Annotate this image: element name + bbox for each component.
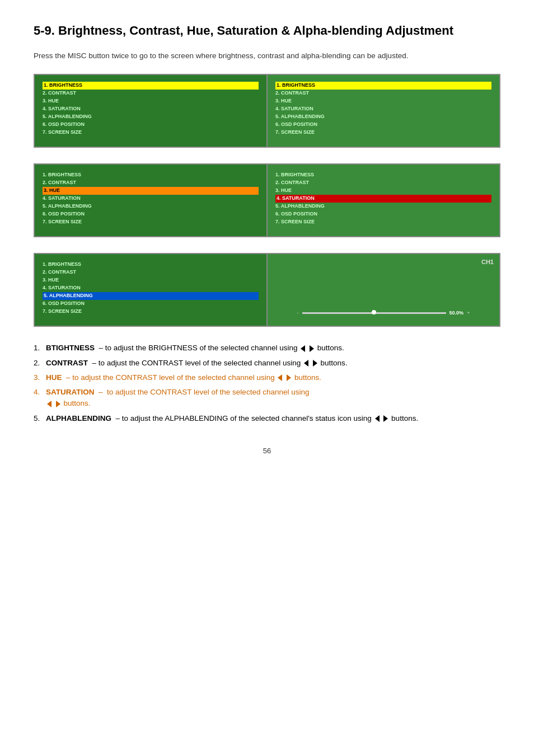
menu-screen-r: 7. SCREEN SIZE bbox=[275, 129, 491, 137]
menu-list-4: 1. BRIGHTNESS 2. CONTRAST 3. HUE 4. SATU… bbox=[275, 171, 491, 226]
arrow-right-2 bbox=[313, 360, 317, 367]
menu-saturation: 4. SATURATION bbox=[43, 105, 259, 113]
screen-grid-row2: 1. BRIGHTNESS 2. CONTRAST 3. HUE 4. SATU… bbox=[34, 163, 500, 237]
menu-scr-5: 7. SCREEN SIZE bbox=[43, 308, 259, 316]
menu-br-5: 1. BRIGHTNESS bbox=[43, 261, 259, 269]
list-num-3: 3. bbox=[34, 372, 46, 383]
menu-con-3: 2. CONTRAST bbox=[43, 179, 259, 187]
arrow-left-5 bbox=[375, 415, 380, 422]
list-item-3: 3. HUE – to adjust the CONTRAST level of… bbox=[34, 372, 500, 383]
arrow-right-3 bbox=[287, 374, 291, 381]
menu-alpha: 5. ALPHABLENDING bbox=[43, 113, 259, 121]
item-key-alpha: ALPHABLENDING bbox=[46, 414, 111, 422]
list-text-2: CONTRAST – to adjust the CONTRAST level … bbox=[46, 358, 500, 369]
arrow-left-1 bbox=[301, 345, 305, 352]
arrow-left-3 bbox=[278, 374, 282, 381]
list-text-1: BTIGHTNESS – to adjust the BRIGHTNESS of… bbox=[46, 342, 500, 354]
list-item-4: 4. SATURATION – to adjust the CONTRAST l… bbox=[34, 387, 500, 410]
list-text-5: ALPHABLENDING – to adjust the ALPHABLEND… bbox=[46, 413, 500, 424]
screen-cell-slider: CH1 - 50.0% + bbox=[267, 253, 500, 326]
arrow-right-4 bbox=[56, 401, 60, 407]
list-item-2: 2. CONTRAST – to adjust the CONTRAST lev… bbox=[34, 358, 500, 369]
menu-scr-4: 7. SCREEN SIZE bbox=[275, 218, 491, 226]
screen-cell-brightness-left: 1. BRIGHTNESS 2. CONTRAST 3. HUE 4. SATU… bbox=[34, 74, 267, 147]
slider-value: 50.0% bbox=[449, 310, 464, 316]
menu-scr-3: 7. SCREEN SIZE bbox=[43, 218, 259, 226]
menu-sat-5: 4. SATURATION bbox=[43, 284, 259, 292]
slider-track bbox=[302, 312, 446, 314]
page-number: 56 bbox=[34, 447, 500, 455]
menu-saturation-r: 4. SATURATION bbox=[275, 105, 491, 113]
list-num-5: 5. bbox=[34, 413, 46, 424]
arrow-left-2 bbox=[304, 360, 308, 367]
menu-sat-4: 4. SATURATION bbox=[275, 195, 491, 203]
menu-osd-4: 6. OSD POSITION bbox=[275, 210, 491, 218]
slider-minus: - bbox=[297, 310, 299, 316]
menu-osd-r: 6. OSD POSITION bbox=[275, 121, 491, 129]
screen-grid-row1: 1. BRIGHTNESS 2. CONTRAST 3. HUE 4. SATU… bbox=[34, 74, 500, 148]
menu-hue-4: 3. HUE bbox=[275, 187, 491, 195]
menu-hue-r: 3. HUE bbox=[275, 97, 491, 105]
screen-grid-row3: 1. BRIGHTNESS 2. CONTRAST 3. HUE 4. SATU… bbox=[34, 253, 500, 327]
menu-hue-5: 3. HUE bbox=[43, 276, 259, 284]
arrow-right-1 bbox=[310, 345, 314, 352]
menu-osd-5: 6. OSD POSITION bbox=[43, 300, 259, 308]
ch-label: CH1 bbox=[481, 259, 494, 265]
menu-alpha-r: 5. ALPHABLENDING bbox=[275, 113, 491, 121]
page-title: 5-9. Brightness, Contrast, Hue, Saturati… bbox=[34, 22, 500, 40]
menu-osd-3: 6. OSD POSITION bbox=[43, 210, 259, 218]
item-key-contrast: CONTRAST bbox=[46, 359, 88, 367]
menu-alp-3: 5. ALPHABLENDING bbox=[43, 203, 259, 210]
slider-plus: + bbox=[467, 310, 470, 316]
menu-osd: 6. OSD POSITION bbox=[43, 121, 259, 129]
menu-br-4: 1. BRIGHTNESS bbox=[275, 171, 491, 179]
list-section: 1. BTIGHTNESS – to adjust the BRIGHTNESS… bbox=[34, 342, 500, 424]
item-key-brightness: BTIGHTNESS bbox=[46, 344, 95, 352]
screen-cell-hue-left: 1. BRIGHTNESS 2. CONTRAST 3. HUE 4. SATU… bbox=[34, 164, 267, 237]
menu-sat-3: 4. SATURATION bbox=[43, 195, 259, 203]
list-num-4: 4. bbox=[34, 387, 46, 398]
menu-list-1: 1. BRIGHTNESS 2. CONTRAST 3. HUE 4. SATU… bbox=[43, 82, 259, 137]
menu-alp-5: 5. ALPHABLENDING bbox=[43, 292, 259, 300]
menu-list-2: 1. BRIGHTNESS 2. CONTRAST 3. HUE 4. SATU… bbox=[275, 82, 491, 137]
intro-paragraph: Press the MISC button twice to go to the… bbox=[34, 50, 500, 62]
list-text-3: HUE – to adjust the CONTRAST level of th… bbox=[46, 372, 500, 383]
menu-brightness-r: 1. BRIGHTNESS bbox=[275, 82, 491, 90]
slider-row: - 50.0% + bbox=[297, 310, 470, 316]
item-key-saturation: SATURATION bbox=[46, 388, 95, 396]
list-item-1: 1. BTIGHTNESS – to adjust the BRIGHTNESS… bbox=[34, 342, 500, 354]
menu-br-3: 1. BRIGHTNESS bbox=[43, 171, 259, 179]
menu-contrast-r: 2. CONTRAST bbox=[275, 90, 491, 97]
arrow-left-4 bbox=[47, 401, 51, 407]
menu-hue: 3. HUE bbox=[43, 97, 259, 105]
screen-cell-alpha-left: 1. BRIGHTNESS 2. CONTRAST 3. HUE 4. SATU… bbox=[34, 253, 267, 326]
menu-list-3: 1. BRIGHTNESS 2. CONTRAST 3. HUE 4. SATU… bbox=[43, 171, 259, 226]
item-key-hue: HUE bbox=[46, 373, 62, 382]
list-text-4: SATURATION – to adjust the CONTRAST leve… bbox=[46, 387, 500, 410]
menu-con-5: 2. CONTRAST bbox=[43, 269, 259, 276]
menu-con-4: 2. CONTRAST bbox=[275, 179, 491, 187]
menu-list-5: 1. BRIGHTNESS 2. CONTRAST 3. HUE 4. SATU… bbox=[43, 261, 259, 316]
slider-thumb bbox=[372, 310, 376, 314]
list-item-5: 5. ALPHABLENDING – to adjust the ALPHABL… bbox=[34, 413, 500, 424]
list-num-1: 1. bbox=[34, 342, 46, 354]
menu-brightness: 1. BRIGHTNESS bbox=[43, 82, 259, 90]
menu-contrast: 2. CONTRAST bbox=[43, 90, 259, 97]
list-num-2: 2. bbox=[34, 358, 46, 369]
menu-screen: 7. SCREEN SIZE bbox=[43, 129, 259, 137]
arrow-right-5 bbox=[383, 415, 388, 422]
menu-hue-3: 3. HUE bbox=[43, 187, 259, 195]
screen-cell-saturation-right: 1. BRIGHTNESS 2. CONTRAST 3. HUE 4. SATU… bbox=[267, 164, 500, 237]
screen-cell-brightness-right: 1. BRIGHTNESS 2. CONTRAST 3. HUE 4. SATU… bbox=[267, 74, 500, 147]
menu-alp-4: 5. ALPHABLENDING bbox=[275, 203, 491, 210]
